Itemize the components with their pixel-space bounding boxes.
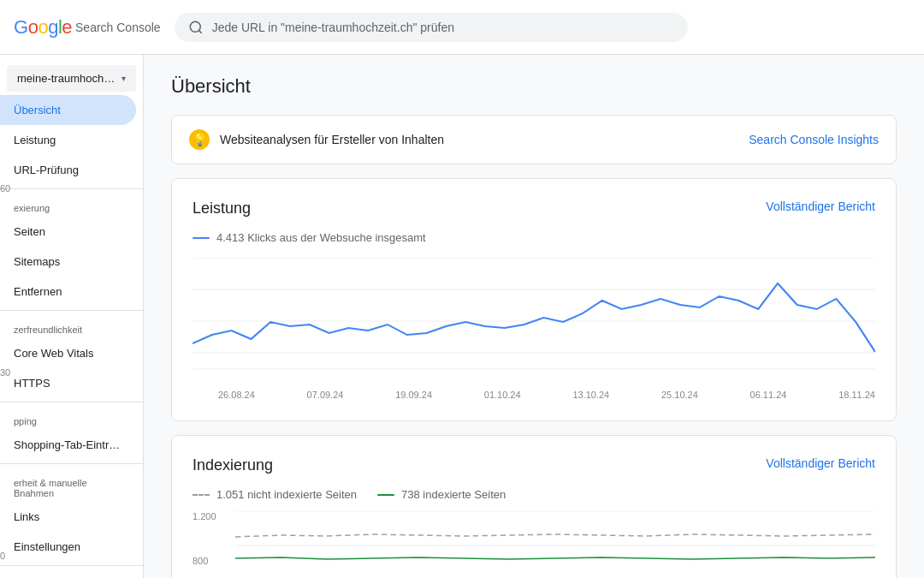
logo-area: Google Search Console (14, 16, 161, 39)
indexing-chart-wrapper: 1.200 800 400 (192, 511, 875, 578)
search-icon (188, 20, 204, 35)
indexing-card: Indexierung Vollständiger Bericht 1.051 … (171, 435, 897, 578)
performance-x-labels: 26.08.24 07.09.24 19.09.24 01.10.24 13.1… (192, 386, 875, 400)
indexing-chart (235, 511, 875, 578)
info-banner: 💡 Websiteanalysen für Ersteller von Inha… (171, 115, 897, 164)
svg-line-1 (198, 30, 201, 33)
info-lightbulb-icon: 💡 (189, 129, 210, 150)
property-name: meine-traumhochze... (17, 72, 116, 85)
x-label-5: 25.10.24 (661, 390, 698, 400)
search-console-insights-link[interactable]: Search Console Insights (749, 133, 879, 146)
search-bar[interactable]: Jede URL in "meine-traumhochzeit.ch" prü… (175, 13, 688, 42)
app-body: meine-traumhochze... ▾ Übersicht Leistun… (0, 55, 924, 578)
index-y-1200: 1.200 (192, 511, 235, 521)
indexing-card-title: Indexierung (192, 456, 273, 474)
x-label-4: 13.10.24 (572, 390, 609, 400)
not-indexed-legend-label: 1.051 nicht indexierte Seiten (216, 488, 357, 501)
indexing-chart-area (235, 511, 875, 578)
indexing-legend: 1.051 nicht indexierte Seiten 738 indexi… (192, 488, 875, 501)
performance-chart-svg (192, 258, 875, 386)
indexed-legend-label: 738 indexierte Seiten (401, 488, 506, 501)
performance-card-title: Leistung (192, 200, 251, 217)
performance-legend-label: 4.413 Klicks aus der Websuche insgesamt (216, 231, 426, 244)
x-label-3: 01.10.24 (484, 390, 521, 400)
performance-legend-line (192, 237, 210, 239)
indexing-card-header: Indexierung Vollständiger Bericht (192, 456, 875, 474)
performance-card: Leistung Vollständiger Bericht 4.413 Kli… (171, 178, 897, 421)
svg-point-0 (190, 21, 200, 32)
performance-card-header: Leistung Vollständiger Bericht (192, 200, 875, 217)
indexing-legend-indexed: 738 indexierte Seiten (377, 488, 506, 501)
indexed-legend-line (377, 494, 394, 496)
index-y-800: 800 (192, 556, 235, 566)
google-logo: Google (14, 16, 72, 39)
not-indexed-legend-line (192, 494, 210, 496)
indexing-y-labels: 1.200 800 400 (192, 511, 235, 578)
dropdown-arrow-icon: ▾ (121, 74, 126, 83)
performance-full-report-link[interactable]: Vollständiger Bericht (766, 200, 875, 213)
indexing-legend-not-indexed: 1.051 nicht indexierte Seiten (192, 488, 357, 501)
app-header: Google Search Console Jede URL in "meine… (0, 0, 924, 55)
x-label-6: 06.11.24 (750, 390, 787, 400)
info-banner-text: Websiteanalysen für Ersteller von Inhalt… (220, 133, 749, 146)
indexing-full-report-link[interactable]: Vollständiger Bericht (766, 456, 875, 470)
performance-chart (192, 258, 875, 386)
property-selector[interactable]: meine-traumhochze... ▾ (7, 65, 136, 92)
search-console-logo-text: Search Console (75, 21, 161, 34)
main-content: Übersicht 💡 Websiteanalysen für Erstelle… (144, 55, 924, 578)
x-label-7: 18.11.24 (838, 390, 875, 400)
x-label-0: 26.08.24 (218, 390, 255, 400)
x-label-2: 19.09.24 (395, 390, 432, 400)
indexing-chart-svg (235, 511, 875, 578)
x-label-1: 07.09.24 (307, 390, 344, 400)
page-title: Übersicht (171, 75, 897, 98)
performance-legend: 4.413 Klicks aus der Websuche insgesamt (192, 231, 875, 244)
search-placeholder-text: Jede URL in "meine-traumhochzeit.ch" prü… (212, 21, 454, 34)
